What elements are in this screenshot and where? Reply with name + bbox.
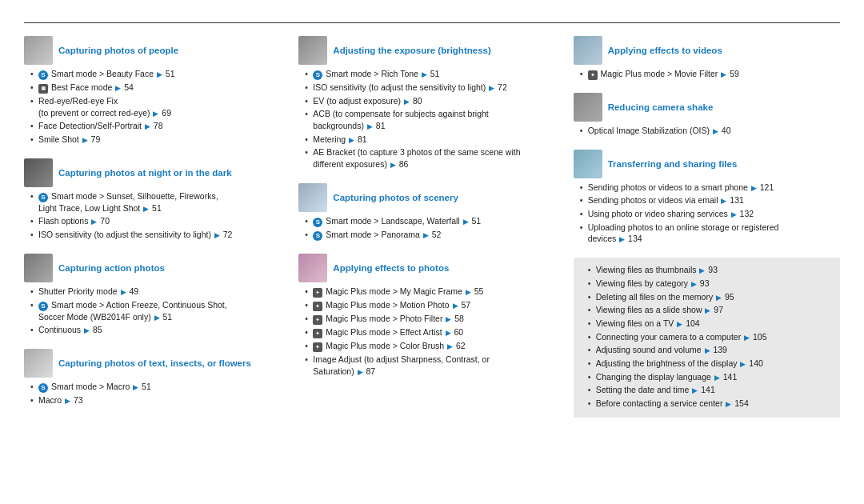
list-item: AE Bracket (to capture 3 photos of the s… bbox=[305, 146, 565, 170]
list-item: Uploading photos to an online storage or… bbox=[580, 222, 840, 245]
list-item: Image Adjust (to adjust Sharpness, Contr… bbox=[305, 354, 565, 377]
list-item: Adjusting sound and volume ▶ 139 bbox=[588, 344, 832, 356]
column-2: Adjusting the exposure (brightness)S Sma… bbox=[298, 36, 565, 418]
section-text: Capturing photos of text, insects, or fl… bbox=[24, 349, 290, 408]
list-item: Sending photos or videos via email ▶ 131 bbox=[580, 194, 840, 206]
list-item: Macro ▶ 73 bbox=[30, 394, 290, 406]
list-item: Deleting all files on the memory ▶ 95 bbox=[588, 291, 832, 303]
list-item: Viewing files on a TV ▶ 104 bbox=[588, 318, 832, 330]
list-item: Setting the date and time ▶ 141 bbox=[588, 384, 832, 396]
list-item: ACB (to compensate for subjects against … bbox=[305, 108, 565, 131]
section-list-people: S Smart mode > Beauty Face ▶ 51🔲 Best Fa… bbox=[24, 68, 290, 146]
section-title-exposure: Adjusting the exposure (brightness) bbox=[333, 46, 490, 55]
section-effects-video: Applying effects to videos✦ Magic Plus m… bbox=[574, 36, 840, 82]
section-title-text: Capturing photos of text, insects, or fl… bbox=[58, 358, 251, 368]
column-3: Applying effects to videos✦ Magic Plus m… bbox=[574, 36, 840, 418]
list-item: ISO sensitivity (to adjust the sensitivi… bbox=[305, 82, 565, 94]
section-night: Capturing photos at night or in the dark… bbox=[24, 158, 290, 242]
section-title-night: Capturing photos at night or in the dark bbox=[58, 168, 232, 178]
section-image-effects-photo bbox=[298, 254, 327, 282]
section-image-scenery bbox=[298, 183, 327, 212]
list-item: Face Detection/Self-Portrait ▶ 78 bbox=[30, 120, 290, 132]
list-item: S Smart mode > Landscape, Waterfall ▶ 51 bbox=[305, 215, 565, 227]
section-image-exposure bbox=[298, 36, 327, 65]
list-item: Before contacting a service center ▶ 154 bbox=[588, 398, 832, 410]
list-item: Viewing files as thumbnails ▶ 93 bbox=[588, 264, 832, 276]
section-header-people: Capturing photos of people bbox=[24, 36, 290, 65]
list-item: Smile Shot ▶ 79 bbox=[30, 134, 290, 146]
section-header-night: Capturing photos at night or in the dark bbox=[24, 158, 290, 187]
section-list-reduce-shake: Optical Image Stabilization (OIS) ▶ 40 bbox=[574, 125, 840, 137]
section-title-action: Capturing action photos bbox=[58, 263, 165, 273]
list-item: Using photo or video sharing services ▶ … bbox=[580, 208, 840, 220]
list-item: ✦ Magic Plus mode > Color Brush ▶ 62 bbox=[305, 340, 565, 352]
section-header-action: Capturing action photos bbox=[24, 254, 290, 282]
list-item: Flash options ▶ 70 bbox=[30, 215, 290, 227]
list-item: Viewing files as a slide show ▶ 97 bbox=[588, 304, 832, 316]
list-item: Continuous ▶ 85 bbox=[30, 324, 290, 336]
list-item: ✦ Magic Plus mode > Motion Photo ▶ 57 bbox=[305, 299, 565, 311]
list-item: Optical Image Stabilization (OIS) ▶ 40 bbox=[580, 125, 840, 137]
section-exposure: Adjusting the exposure (brightness)S Sma… bbox=[298, 36, 565, 172]
section-header-effects-video: Applying effects to videos bbox=[574, 36, 840, 65]
gray-box-list: Viewing files as thumbnails ▶ 93Viewing … bbox=[582, 264, 832, 410]
section-title-scenery: Capturing photos of scenery bbox=[333, 193, 458, 202]
section-image-action bbox=[24, 254, 53, 282]
column-1: Capturing photos of peopleS Smart mode >… bbox=[24, 36, 290, 418]
list-item: EV (to adjust exposure) ▶ 80 bbox=[305, 95, 565, 107]
section-header-effects-photo: Applying effects to photos bbox=[298, 254, 565, 282]
section-list-action: Shutter Priority mode ▶ 49S Smart mode >… bbox=[24, 286, 290, 336]
list-item: Connecting your camera to a computer ▶ 1… bbox=[588, 331, 832, 343]
section-title-effects-photo: Applying effects to photos bbox=[333, 263, 449, 273]
list-item: S Smart mode > Beauty Face ▶ 51 bbox=[30, 68, 290, 80]
section-list-exposure: S Smart mode > Rich Tone ▶ 51ISO sensiti… bbox=[298, 68, 565, 170]
section-image-effects-video bbox=[574, 36, 602, 65]
section-image-reduce-shake bbox=[574, 93, 602, 122]
section-image-night bbox=[24, 158, 53, 187]
list-item: S Smart mode > Sunset, Silhouette, Firew… bbox=[30, 190, 290, 214]
section-list-effects-video: ✦ Magic Plus mode > Movie Filter ▶ 59 bbox=[574, 68, 840, 80]
list-item: ✦ Magic Plus mode > My Magic Frame ▶ 55 bbox=[305, 286, 565, 298]
section-list-scenery: S Smart mode > Landscape, Waterfall ▶ 51… bbox=[298, 215, 565, 241]
section-list-night: S Smart mode > Sunset, Silhouette, Firew… bbox=[24, 190, 290, 241]
section-title-people: Capturing photos of people bbox=[58, 46, 178, 55]
list-item: Changing the display language ▶ 141 bbox=[588, 371, 832, 383]
section-title-reduce-shake: Reducing camera shake bbox=[608, 102, 714, 112]
list-item: ✦ Magic Plus mode > Photo Filter ▶ 58 bbox=[305, 313, 565, 325]
section-header-exposure: Adjusting the exposure (brightness) bbox=[298, 36, 565, 65]
list-item: ✦ Magic Plus mode > Movie Filter ▶ 59 bbox=[580, 68, 840, 80]
list-item: Sending photos or videos to a smart phon… bbox=[580, 182, 840, 194]
section-image-people bbox=[24, 36, 53, 65]
section-transfer: Transferring and sharing filesSending ph… bbox=[574, 150, 840, 246]
content-columns: Capturing photos of peopleS Smart mode >… bbox=[24, 36, 840, 418]
list-item: Viewing files by category ▶ 93 bbox=[588, 278, 832, 290]
section-list-text: S Smart mode > Macro ▶ 51Macro ▶ 73 bbox=[24, 381, 290, 406]
section-action: Capturing action photosShutter Priority … bbox=[24, 254, 290, 338]
section-title-effects-video: Applying effects to videos bbox=[608, 46, 722, 55]
section-header-text: Capturing photos of text, insects, or fl… bbox=[24, 349, 290, 378]
list-item: 🔲 Best Face mode ▶ 54 bbox=[30, 82, 290, 94]
title-divider bbox=[24, 22, 840, 23]
section-image-transfer bbox=[574, 150, 602, 178]
section-list-transfer: Sending photos or videos to a smart phon… bbox=[574, 182, 840, 245]
list-item: Adjusting the brightness of the display … bbox=[588, 358, 832, 370]
list-item: S Smart mode > Rich Tone ▶ 51 bbox=[305, 68, 565, 80]
section-people: Capturing photos of peopleS Smart mode >… bbox=[24, 36, 290, 147]
section-image-text bbox=[24, 349, 53, 378]
list-item: S Smart mode > Macro ▶ 51 bbox=[30, 381, 290, 393]
list-item: Shutter Priority mode ▶ 49 bbox=[30, 286, 290, 298]
section-list-effects-photo: ✦ Magic Plus mode > My Magic Frame ▶ 55✦… bbox=[298, 286, 565, 377]
list-item: ✦ Magic Plus mode > Effect Artist ▶ 60 bbox=[305, 326, 565, 338]
list-item: S Smart mode > Action Freeze, Continuous… bbox=[30, 299, 290, 323]
section-scenery: Capturing photos of sceneryS Smart mode … bbox=[298, 183, 565, 242]
section-reduce-shake: Reducing camera shakeOptical Image Stabi… bbox=[574, 93, 840, 138]
section-effects-photo: Applying effects to photos✦ Magic Plus m… bbox=[298, 254, 565, 378]
list-item: Red-eye/Red-eye Fix(to prevent or correc… bbox=[30, 95, 290, 118]
section-header-scenery: Capturing photos of scenery bbox=[298, 183, 565, 212]
section-title-transfer: Transferring and sharing files bbox=[608, 159, 738, 169]
list-item: Metering ▶ 81 bbox=[305, 134, 565, 146]
list-item: S Smart mode > Panorama ▶ 52 bbox=[305, 229, 565, 241]
gray-info-box: Viewing files as thumbnails ▶ 93Viewing … bbox=[574, 258, 840, 418]
section-header-transfer: Transferring and sharing files bbox=[574, 150, 840, 178]
list-item: ISO sensitivity (to adjust the sensitivi… bbox=[30, 229, 290, 241]
